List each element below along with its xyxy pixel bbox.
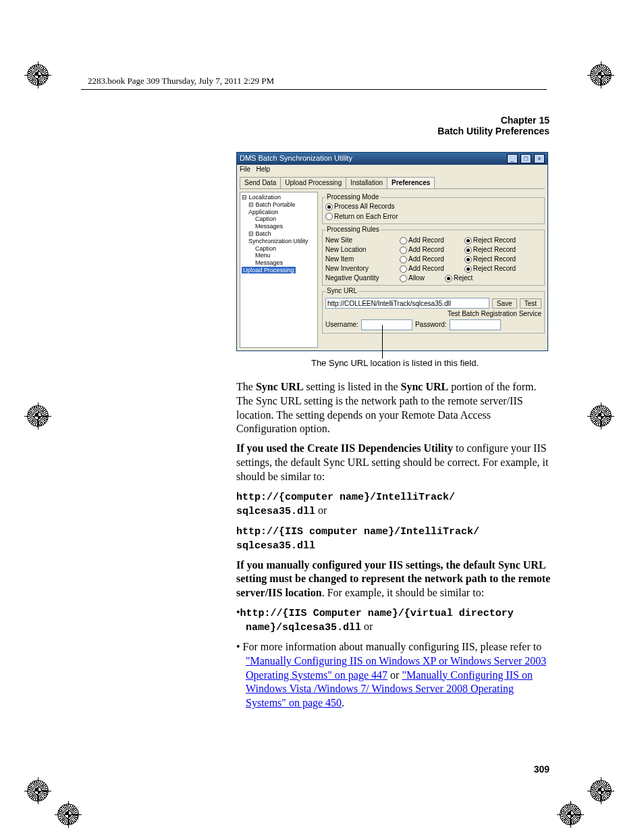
radio-add-record[interactable]: Add Record xyxy=(400,236,444,244)
test-batch-reg-link[interactable]: Test Batch Registration Service xyxy=(325,310,541,318)
tree-node-caption1[interactable]: Caption xyxy=(242,215,316,223)
radio-add-record[interactable]: Add Record xyxy=(400,265,444,273)
menu-bar: File Help xyxy=(237,165,547,174)
tab-installation[interactable]: Installation xyxy=(346,177,387,188)
crop-mark xyxy=(27,64,54,91)
menu-help[interactable]: Help xyxy=(256,165,270,173)
crop-mark xyxy=(590,64,617,91)
screenshot-window: DMS Batch Synchronization Utility _ □ × … xyxy=(236,152,548,351)
rule-label: New Site xyxy=(325,236,379,244)
tree-node-upload-processing[interactable]: Upload Processing xyxy=(242,267,316,274)
password-input[interactable] xyxy=(450,319,501,330)
radio-reject-record[interactable]: Reject Record xyxy=(464,246,516,254)
tree-node-localization[interactable]: ⊟ Localization xyxy=(242,194,316,201)
crop-mark xyxy=(27,405,54,432)
radio-reject-record[interactable]: Reject Record xyxy=(464,255,516,263)
maximize-icon[interactable]: □ xyxy=(520,154,531,163)
test-button[interactable]: Test xyxy=(520,298,541,309)
book-running-header: 2283.book Page 309 Thursday, July 7, 201… xyxy=(88,76,274,86)
crop-mark xyxy=(590,405,617,432)
callout-arrow xyxy=(382,325,383,359)
radio-reject[interactable]: Reject xyxy=(445,274,473,282)
sync-url-group: Sync URL Save Test Test Batch Registrati… xyxy=(322,287,545,334)
header-rule xyxy=(81,89,547,90)
tree-node-messages1[interactable]: Messages xyxy=(242,223,316,230)
tab-bar: Send Data Upload Processing Installation… xyxy=(240,177,545,189)
rule-label: New Location xyxy=(325,246,379,254)
crop-mark xyxy=(590,780,617,807)
tree-node-menu[interactable]: Menu xyxy=(242,252,316,259)
radio-allow[interactable]: Allow xyxy=(400,274,425,282)
rule-label: New Item xyxy=(325,255,379,263)
crop-mark xyxy=(27,780,54,807)
radio-add-record[interactable]: Add Record xyxy=(400,255,444,263)
tab-preferences[interactable]: Preferences xyxy=(387,177,435,188)
figure-caption: The Sync URL location is listed in this … xyxy=(236,358,554,368)
password-label: Password: xyxy=(415,321,447,329)
processing-rules-group: Processing Rules New Site Add Record Rej… xyxy=(322,226,545,286)
page-number: 309 xyxy=(534,764,549,775)
radio-return-each-error[interactable]: Return on Each Error xyxy=(325,213,398,221)
crop-mark xyxy=(560,804,587,831)
sync-url-input[interactable] xyxy=(325,298,489,309)
menu-file[interactable]: File xyxy=(240,165,250,173)
window-controls: _ □ × xyxy=(506,154,545,163)
close-icon[interactable]: × xyxy=(534,154,545,163)
tree-node-messages2[interactable]: Messages xyxy=(242,259,316,267)
username-input[interactable] xyxy=(361,319,412,330)
chapter-header: Chapter 15 Batch Utility Preferences xyxy=(437,115,549,136)
window-title: DMS Batch Synchronization Utility xyxy=(240,154,352,163)
window-titlebar: DMS Batch Synchronization Utility _ □ × xyxy=(237,153,547,165)
tree-node-batch-sync[interactable]: ⊟ Batch Synchronization Utility xyxy=(242,230,316,245)
chapter-number: Chapter 15 xyxy=(437,115,549,126)
username-label: Username: xyxy=(325,321,358,329)
tab-send-data[interactable]: Send Data xyxy=(240,177,281,188)
sync-url-legend: Sync URL xyxy=(325,287,358,295)
radio-process-all[interactable]: Process All Records xyxy=(325,203,394,211)
body-text: The Sync URL setting is listed in the Sy… xyxy=(236,380,554,710)
preferences-tree[interactable]: ⊟ Localization ⊟ Batch Portable Applicat… xyxy=(240,192,318,348)
minimize-icon[interactable]: _ xyxy=(507,154,518,163)
processing-mode-group: Processing Mode Process All Records Retu… xyxy=(322,193,545,224)
chapter-title: Batch Utility Preferences xyxy=(437,126,549,136)
rule-label: New Inventory xyxy=(325,265,379,273)
processing-rules-legend: Processing Rules xyxy=(325,226,381,234)
tree-node-batch-portable[interactable]: ⊟ Batch Portable Application xyxy=(242,201,316,216)
radio-add-record[interactable]: Add Record xyxy=(400,246,444,254)
tab-upload-processing[interactable]: Upload Processing xyxy=(280,177,346,188)
radio-reject-record[interactable]: Reject Record xyxy=(464,265,516,273)
tree-node-caption2[interactable]: Caption xyxy=(242,245,316,253)
radio-reject-record[interactable]: Reject Record xyxy=(464,236,516,244)
rule-label: Negative Quantity xyxy=(325,274,379,282)
processing-mode-legend: Processing Mode xyxy=(325,193,380,201)
save-button[interactable]: Save xyxy=(492,298,517,309)
crop-mark xyxy=(57,804,84,831)
